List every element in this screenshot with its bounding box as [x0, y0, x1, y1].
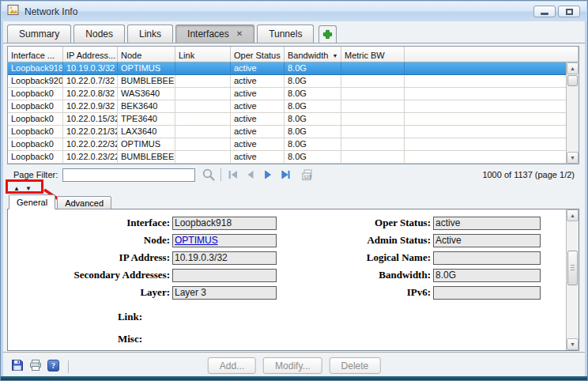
table-row[interactable]: Loopback010.22.0.9/32BEK3640active8.0G: [8, 100, 579, 113]
table-row[interactable]: Loopback010.22.0.8/32WAS3640active8.0G: [8, 88, 579, 100]
footer-bar: ? Add...Modify...Delete: [3, 354, 585, 376]
column-header-label: Node: [121, 51, 141, 60]
table-cell: active: [231, 113, 285, 126]
detail-tab-general[interactable]: General: [9, 194, 55, 209]
field-value-secondary-addresses[interactable]: [172, 269, 277, 282]
modify-button[interactable]: Modify...: [263, 357, 322, 374]
row-filler: [405, 138, 579, 151]
table-row[interactable]: Loopback010.22.0.15/32TPE3640active8.0G: [8, 113, 579, 126]
column-header-label: IP Address...: [66, 51, 115, 60]
scroll-down-icon[interactable]: ▼: [567, 338, 579, 350]
table-row[interactable]: Loopback92010.22.0.7/32BUMBLEBEEactive8.…: [8, 75, 579, 88]
field-value-interface[interactable]: Loopback918: [172, 217, 277, 230]
separator: [220, 168, 221, 181]
svg-text:123: 123: [303, 175, 312, 179]
field-value-ip-address[interactable]: 10.19.0.3/32: [172, 251, 277, 265]
column-header-filler: [405, 47, 579, 62]
scroll-down-icon[interactable]: ▼: [567, 152, 579, 164]
table-cell: Loopback0: [8, 151, 63, 164]
table-cell: active: [231, 151, 285, 164]
footer-buttons: Add...Modify...Delete: [208, 357, 381, 374]
tab-links[interactable]: Links: [127, 25, 173, 43]
scroll-up-icon[interactable]: ▲: [567, 62, 579, 74]
minimize-icon: [541, 13, 548, 15]
minimize-button[interactable]: [533, 6, 556, 17]
table-cell: [175, 62, 231, 75]
detail-fields-left: Interface:Loopback918Node:OPTIMUSIP Addr…: [11, 216, 277, 300]
help-icon[interactable]: ?: [47, 360, 59, 375]
save-icon[interactable]: [11, 359, 24, 375]
first-page-icon[interactable]: [224, 168, 242, 182]
tab-tunnels[interactable]: Tunnels: [257, 25, 314, 43]
column-header-metric-bw[interactable]: Metric BW: [341, 47, 405, 62]
column-header-bandwidth[interactable]: Bandwidth▼: [285, 47, 341, 62]
app-icon: [7, 4, 20, 20]
prev-page-icon[interactable]: [242, 168, 259, 182]
maximize-icon: [566, 9, 573, 15]
column-header-link[interactable]: Link: [175, 47, 231, 62]
table-vertical-scrollbar[interactable]: ▲ ▼: [566, 62, 579, 164]
window-bottom-edge: [1, 376, 587, 380]
next-page-icon[interactable]: [259, 168, 277, 182]
tab-interfaces[interactable]: Interfaces✕: [175, 25, 254, 43]
column-header-label: Interface ...: [11, 51, 55, 60]
column-header-ip-address[interactable]: IP Address...: [63, 47, 118, 62]
table-row[interactable]: Loopback010.22.0.21/32LAX3640active8.0G: [8, 126, 579, 138]
column-header-node[interactable]: Node: [118, 47, 175, 62]
table-cell: 8.0G: [285, 151, 341, 164]
scrollbar-thumb[interactable]: [567, 75, 578, 86]
field-value-node[interactable]: OPTIMUS: [172, 234, 277, 247]
footer-icons: ?: [11, 359, 72, 375]
page-filter-input[interactable]: [62, 168, 195, 182]
table-cell: Loopback0: [8, 88, 63, 100]
table-cell: [175, 138, 231, 151]
tab-nodes[interactable]: Nodes: [74, 25, 125, 43]
table-row[interactable]: Loopback010.22.0.23/22BUMBLEBEEactive8.0…: [8, 151, 579, 164]
row-filler: [405, 126, 579, 138]
field-value-layer[interactable]: Layer 3: [172, 286, 277, 300]
table-cell: 10.22.0.22/32: [63, 138, 118, 151]
scroll-up-icon[interactable]: ▲: [567, 209, 579, 221]
detail-vertical-scrollbar[interactable]: ▲ ▼: [566, 209, 579, 350]
table-cell: [175, 151, 231, 164]
tab-close-icon[interactable]: ✕: [236, 30, 243, 38]
thumb-grip: [571, 265, 575, 270]
detail-tab-advanced[interactable]: Advanced: [57, 196, 111, 209]
column-header-oper-status[interactable]: Oper Status: [231, 47, 285, 62]
field-value-admin-status[interactable]: Active: [433, 234, 541, 247]
scrollbar-thumb[interactable]: [567, 251, 578, 285]
search-icon[interactable]: [200, 168, 217, 182]
goto-page-icon[interactable]: 123: [299, 168, 316, 182]
table-cell: 8.0G: [285, 88, 341, 100]
misc-label: Misc:: [8, 333, 142, 345]
table-cell: active: [231, 62, 285, 75]
table-row[interactable]: Loopback010.22.0.22/32OPTIMUSactive8.0G: [8, 138, 579, 151]
field-label-bandwidth: Bandwidth:: [275, 269, 433, 281]
field-value-bandwidth[interactable]: 8.0G: [433, 269, 541, 282]
last-page-icon[interactable]: [277, 168, 294, 182]
add-button[interactable]: Add...: [208, 357, 256, 374]
detail-tab-label: General: [17, 198, 47, 207]
field-value-oper-status[interactable]: active: [433, 217, 541, 230]
delete-button[interactable]: Delete: [330, 357, 381, 374]
field-row: Node:OPTIMUS: [11, 233, 277, 247]
table-cell: [175, 100, 231, 113]
field-label-admin-status: Admin Status:: [275, 234, 433, 247]
print-icon[interactable]: [29, 359, 42, 375]
add-tab-button[interactable]: [318, 25, 337, 43]
field-value-ipv6[interactable]: [433, 286, 541, 300]
tab-label: Nodes: [85, 28, 113, 40]
field-row: IPv6:: [275, 285, 541, 300]
tab-summary[interactable]: Summary: [7, 25, 71, 43]
table-cell: BUMBLEBEE: [118, 151, 175, 164]
table-cell: 10.22.0.9/32: [63, 100, 118, 113]
node-link[interactable]: OPTIMUS: [175, 235, 218, 246]
column-header-interface[interactable]: Interface ...: [8, 47, 63, 62]
field-value-logical-name[interactable]: [433, 251, 541, 265]
table-row[interactable]: Loopback91810.19.0.3/32OPTIMUSactive8.0G: [8, 62, 579, 75]
plus-icon: [322, 29, 333, 40]
table-cell: [341, 75, 405, 88]
table-cell: active: [231, 100, 285, 113]
table-cell: BUMBLEBEE: [118, 75, 175, 88]
maximize-button[interactable]: [558, 6, 580, 17]
